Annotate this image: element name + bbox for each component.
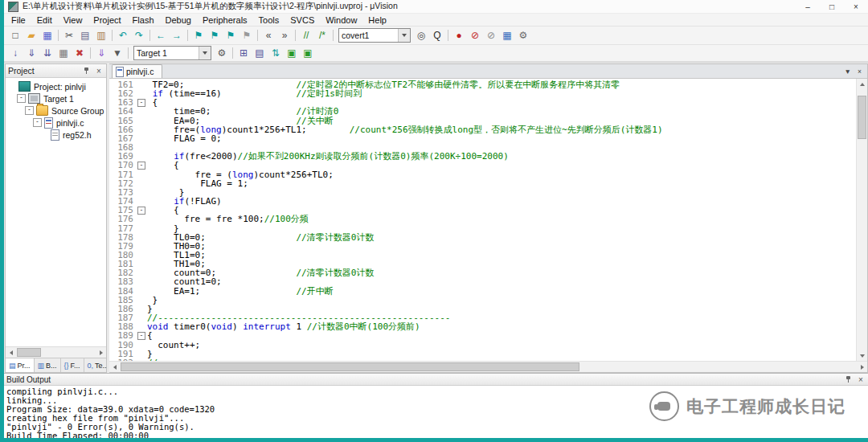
fold-collapse-icon[interactable]: - (137, 207, 145, 215)
menu-view[interactable]: View (58, 14, 88, 26)
tab-list-dropdown-icon[interactable]: ▼ (845, 68, 851, 76)
stop-build-icon[interactable]: ✖ (72, 45, 88, 61)
pin-icon[interactable] (81, 66, 91, 76)
menu-flash[interactable]: Flash (127, 14, 160, 26)
menu-peripherals[interactable]: Peripherals (197, 14, 253, 26)
editor-hscroll-track[interactable] (120, 362, 857, 372)
menu-edit[interactable]: Edit (31, 14, 58, 26)
tree-item-target-1[interactable]: -Target 1 (6, 92, 106, 104)
close-panel-icon[interactable]: × (94, 66, 104, 76)
rebuild-all-icon[interactable]: ⇊ (39, 45, 55, 61)
menu-tools[interactable]: Tools (253, 14, 285, 26)
undo-icon[interactable]: ↶ (115, 27, 131, 43)
fold-collapse-icon[interactable]: - (137, 99, 145, 107)
menu-window[interactable]: Window (320, 14, 362, 26)
kill-breakpoints-icon[interactable]: ⊘ (483, 27, 499, 43)
menu-debug[interactable]: Debug (160, 14, 197, 26)
editor-hscroll-thumb[interactable] (121, 362, 579, 371)
editor-vscroll-track[interactable] (857, 89, 867, 350)
navigate-groups-icon[interactable]: ⇅ (268, 45, 284, 61)
disable-breakpoint-icon[interactable]: ⊘ (467, 27, 483, 43)
new-file-icon[interactable]: □ (7, 27, 23, 43)
previous-bookmark-icon[interactable]: ⚑ (207, 27, 223, 43)
tree-item-reg52-h[interactable]: reg52.h (6, 129, 106, 141)
close-document-icon[interactable]: × (858, 68, 862, 76)
sim-window-2-icon[interactable]: ▣ (300, 45, 316, 61)
main-toolbar: □▰▦✂▤▥↶↷←→⚑⚑⚑⚑«»///*covert1◎Q●⊘⊘▦⚙ (4, 26, 868, 44)
scroll-left-icon[interactable] (6, 347, 16, 358)
editor-tab-pinlvji[interactable]: pinlvji.c (112, 64, 162, 78)
close-button[interactable]: × (844, 0, 868, 13)
menu-file[interactable]: File (6, 14, 31, 26)
toggle-bookmark-icon[interactable]: ⚑ (190, 27, 207, 43)
indent-icon[interactable]: » (276, 27, 293, 43)
editor-vscroll-thumb[interactable] (858, 96, 866, 139)
manage-project-items-icon[interactable]: ⊞ (235, 45, 252, 61)
tree-item-pinlvji-c[interactable]: -pinlvji.c (6, 117, 106, 129)
scroll-down-icon[interactable] (857, 350, 867, 361)
editor-scroll-right-icon[interactable] (857, 362, 867, 372)
maximize-button[interactable]: □ (820, 0, 844, 13)
uncomment-selection-icon[interactable]: /* (314, 27, 330, 43)
books-window-icon[interactable]: ▤ (252, 45, 268, 61)
menu-svcs[interactable]: SVCS (285, 14, 320, 26)
unindent-icon[interactable]: « (260, 27, 276, 43)
build-toolbar: ↓⇓⇊▦✖⇓▼Target 1⚙⊞▤⇅▣▣ (4, 44, 868, 62)
panel-tab-pr[interactable]: ▤Pr... (6, 358, 35, 372)
scroll-up-icon[interactable] (857, 79, 867, 89)
find-combo[interactable]: covert1 (338, 28, 411, 43)
configure-icon[interactable]: ⚙ (515, 27, 531, 43)
menubar: FileEditViewProjectFlashDebugPeripherals… (4, 14, 868, 26)
toolbar-separator (448, 30, 448, 41)
fold-collapse-icon[interactable]: - (137, 162, 145, 170)
sim-window-1-icon[interactable]: ▣ (284, 45, 300, 61)
build-output-close-icon[interactable]: × (856, 374, 866, 384)
editor-vscrollbar[interactable] (856, 79, 867, 361)
panel-tab-f[interactable]: {}F... (61, 358, 84, 372)
download-icon[interactable]: ⇓ (93, 45, 109, 61)
target-options-icon[interactable]: ⚙ (214, 45, 230, 61)
project-hscrollbar[interactable] (6, 346, 106, 358)
editor-hscrollbar[interactable] (109, 361, 867, 372)
menu-help[interactable]: Help (362, 14, 392, 26)
navigate-forward-icon[interactable]: → (169, 27, 185, 43)
copy-icon[interactable]: ▤ (77, 27, 93, 43)
analysis-windows-icon[interactable]: ▦ (499, 27, 515, 43)
build-target-icon[interactable]: ⇓ (23, 45, 39, 61)
load-application-icon[interactable]: ▼ (109, 45, 125, 61)
code-line: 188void timer0(void) interrupt 1 //计数器0中… (109, 322, 856, 331)
find-icon[interactable]: Q (429, 27, 445, 43)
clear-bookmarks-icon[interactable]: ⚑ (239, 27, 255, 43)
collapse-icon[interactable]: - (25, 106, 34, 115)
tree-item-source-group-1[interactable]: -Source Group 1 (6, 104, 106, 117)
project-hscroll-track[interactable] (16, 347, 96, 358)
find-combo-dropdown-icon[interactable] (398, 29, 410, 42)
editor-scroll-left-icon[interactable] (109, 362, 120, 372)
paste-icon[interactable]: ▥ (93, 27, 109, 43)
minimize-button[interactable]: – (796, 0, 820, 13)
cut-icon[interactable]: ✂ (61, 27, 77, 43)
fold-collapse-icon[interactable]: - (137, 332, 145, 340)
menu-project[interactable]: Project (88, 14, 126, 26)
redo-icon[interactable]: ↷ (131, 27, 147, 43)
code-editor[interactable]: 161 TF2=0; //定时器2的中断标志位TF2不能够由硬件清零。所以要在中… (109, 79, 867, 361)
find-in-files-icon[interactable]: ◎ (413, 27, 429, 43)
collapse-icon[interactable]: - (17, 94, 26, 103)
build-output-title: Build Output (6, 375, 51, 384)
next-bookmark-icon[interactable]: ⚑ (223, 27, 239, 43)
target-combo-dropdown-icon[interactable] (199, 47, 211, 59)
collapse-icon[interactable]: - (33, 118, 42, 127)
batch-build-icon[interactable]: ▦ (55, 45, 72, 61)
tree-item-project-pinlvji[interactable]: Project: pinlvji (6, 80, 106, 92)
target-combo[interactable]: Target 1 (133, 46, 211, 60)
save-icon[interactable]: ▦ (39, 27, 55, 43)
insert-breakpoint-icon[interactable]: ● (451, 27, 467, 43)
project-hscroll-thumb[interactable] (17, 348, 41, 357)
navigate-back-icon[interactable]: ← (153, 27, 169, 43)
panel-tab-b[interactable]: ▥B... (35, 358, 61, 372)
open-file-icon[interactable]: ▰ (23, 27, 39, 43)
translate-file-icon[interactable]: ↓ (7, 45, 23, 61)
comment-selection-icon[interactable]: // (298, 27, 314, 43)
build-output-pin-icon[interactable] (843, 374, 853, 384)
scroll-right-icon[interactable] (96, 347, 106, 358)
